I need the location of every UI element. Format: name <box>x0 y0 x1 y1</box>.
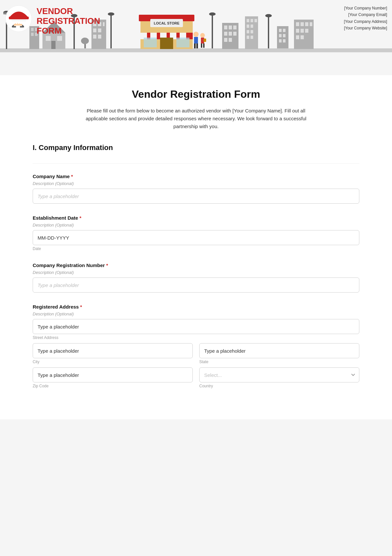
svg-rect-80 <box>283 39 286 42</box>
company-website: [Your Company Website] <box>344 25 387 31</box>
registered-address-label: Registered Address * <box>33 304 359 310</box>
state-field: State <box>199 343 359 364</box>
svg-rect-60 <box>224 38 227 42</box>
zip-field: Zip Code <box>33 367 193 388</box>
section-divider <box>33 163 359 164</box>
company-reg-number-field-group: Company Registration Number * Descriptio… <box>33 262 359 293</box>
svg-rect-14 <box>51 41 56 49</box>
svg-rect-58 <box>229 32 232 36</box>
establishment-date-input[interactable] <box>33 230 359 245</box>
svg-point-42 <box>193 32 199 37</box>
establishment-date-label: Establishment Date * <box>33 215 359 221</box>
svg-rect-75 <box>279 29 282 32</box>
svg-rect-85 <box>310 22 312 26</box>
company-reg-number-label: Company Registration Number * <box>33 262 359 268</box>
zip-hint: Zip Code <box>33 384 193 388</box>
svg-rect-88 <box>305 29 308 33</box>
svg-rect-43 <box>194 37 198 43</box>
svg-rect-87 <box>301 29 304 33</box>
svg-rect-44 <box>194 43 196 48</box>
registered-address-required: * <box>80 304 82 310</box>
svg-point-52 <box>209 12 216 16</box>
form-title: Vendor Registration Form <box>33 88 359 100</box>
form-description: Please fill out the form below to become… <box>82 107 310 130</box>
state-hint: State <box>199 360 359 364</box>
svg-point-28 <box>108 12 114 16</box>
company-number: [Your Company Number] <box>344 5 387 11</box>
svg-rect-49 <box>203 43 204 48</box>
svg-rect-92 <box>9 17 29 19</box>
svg-rect-74 <box>277 26 288 48</box>
section-company-info-title: I. Company Information <box>33 143 359 154</box>
svg-rect-90 <box>301 35 304 39</box>
country-field: Select... Country <box>199 367 359 388</box>
svg-rect-51 <box>212 15 213 48</box>
svg-rect-56 <box>233 25 237 29</box>
company-name-description: Description (Optional) <box>33 181 359 186</box>
company-reg-number-input[interactable] <box>33 278 359 293</box>
zip-country-row: Zip Code Select... Country <box>33 367 359 388</box>
company-name-required: * <box>71 174 73 179</box>
header-logo-area: VENDOR REGISTRATION FORM <box>5 5 100 36</box>
svg-rect-79 <box>279 39 282 42</box>
svg-point-46 <box>200 33 205 38</box>
registered-address-description: Description (Optional) <box>33 312 359 316</box>
header-title-line2: REGISTRATION <box>37 16 100 26</box>
svg-rect-13 <box>57 36 62 41</box>
establishment-date-description: Description (Optional) <box>33 223 359 227</box>
street-address-input[interactable] <box>33 319 359 334</box>
svg-rect-22 <box>103 22 105 26</box>
svg-rect-67 <box>251 25 253 28</box>
svg-rect-63 <box>247 19 249 22</box>
svg-rect-101 <box>12 26 16 27</box>
company-info: [Your Company Number] [Your Company Emai… <box>344 5 387 32</box>
header-title-line3: FORM <box>37 26 100 36</box>
svg-rect-54 <box>224 25 227 29</box>
svg-rect-66 <box>247 25 249 28</box>
country-hint: Country <box>199 384 359 388</box>
registered-address-field-group: Registered Address * Description (Option… <box>33 304 359 388</box>
svg-rect-102 <box>20 26 24 27</box>
svg-rect-50 <box>204 39 206 42</box>
establishment-date-field-group: Establishment Date * Description (Option… <box>33 215 359 251</box>
establishment-date-required: * <box>79 215 81 221</box>
svg-rect-59 <box>233 32 237 36</box>
svg-point-73 <box>265 14 272 17</box>
svg-rect-84 <box>305 22 308 26</box>
svg-rect-61 <box>229 38 232 42</box>
company-logo-icon <box>5 5 33 33</box>
svg-rect-64 <box>251 19 253 22</box>
svg-rect-69 <box>251 30 253 33</box>
svg-rect-40 <box>144 38 157 47</box>
svg-rect-12 <box>46 36 51 41</box>
establishment-date-hint: Date <box>33 246 359 251</box>
svg-rect-71 <box>251 36 253 39</box>
zip-input[interactable] <box>33 367 193 382</box>
svg-rect-45 <box>196 43 198 48</box>
svg-rect-70 <box>247 36 249 39</box>
svg-rect-65 <box>254 19 257 22</box>
city-input[interactable] <box>33 343 193 358</box>
svg-rect-78 <box>283 34 286 37</box>
svg-rect-77 <box>279 34 282 37</box>
svg-rect-39 <box>160 38 173 49</box>
svg-rect-93 <box>11 19 26 21</box>
company-email: [Your Company Email] <box>344 11 387 18</box>
svg-rect-48 <box>201 43 202 48</box>
svg-rect-57 <box>224 32 227 36</box>
header-title: VENDOR REGISTRATION FORM <box>37 5 100 36</box>
svg-rect-68 <box>247 30 249 33</box>
company-reg-number-description: Description (Optional) <box>33 270 359 275</box>
city-state-row: City State <box>33 343 359 364</box>
svg-rect-72 <box>268 16 269 48</box>
city-field: City <box>33 343 193 364</box>
company-name-field-group: Company Name * Description (Optional) <box>33 174 359 204</box>
main-content: Vendor Registration Form Please fill out… <box>0 75 392 419</box>
street-address-hint: Street Address <box>33 335 359 340</box>
company-address: [Your Company Address] <box>344 18 387 25</box>
svg-rect-82 <box>296 22 299 26</box>
svg-rect-86 <box>296 29 299 33</box>
state-input[interactable] <box>199 343 359 358</box>
company-name-input[interactable] <box>33 189 359 204</box>
country-select[interactable]: Select... <box>199 367 359 382</box>
